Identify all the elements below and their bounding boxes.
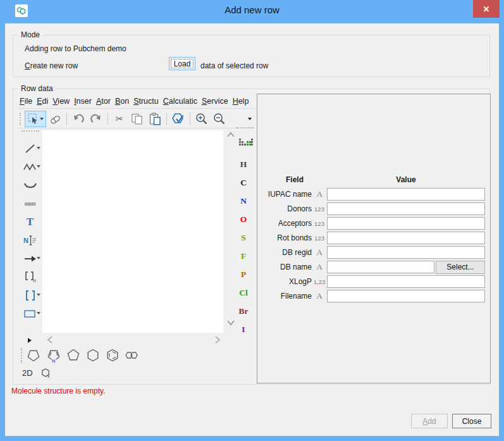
menu-insert[interactable]: Inser	[74, 97, 92, 106]
expander-arrow-icon[interactable]	[28, 338, 32, 343]
filename-input[interactable]	[327, 290, 485, 302]
menu-bond[interactable]: Bon	[115, 97, 129, 106]
element-scroll-down[interactable]	[226, 319, 235, 326]
value-column-header: Value	[327, 175, 485, 185]
bracket-dropdown-caret	[37, 294, 40, 296]
text-type-icon: A	[312, 262, 327, 272]
chain-dropdown-caret	[37, 165, 40, 168]
reaction-arrow-icon	[23, 254, 37, 264]
template-cyclohexane-button[interactable]	[85, 347, 101, 363]
atom-label-icon: N	[23, 235, 37, 246]
text-tool[interactable]: T	[18, 213, 42, 231]
more-tools-dropdown[interactable]	[248, 118, 252, 120]
load-suffix-text: data of selected row	[200, 61, 268, 70]
integer-type-icon: 123	[312, 220, 327, 227]
db-name-input[interactable]	[327, 261, 434, 273]
menu-help[interactable]: Help	[233, 97, 249, 106]
bracket-tool[interactable]	[18, 286, 42, 304]
copy-button[interactable]	[128, 111, 146, 127]
menu-structure[interactable]: Structu	[133, 97, 159, 106]
field-label: Rot bonds	[262, 233, 312, 242]
template-cyclopentane-button[interactable]	[25, 347, 42, 363]
left-toolbar-drag-handle[interactable]	[22, 130, 39, 133]
close-button[interactable]: Close	[452, 414, 491, 428]
repeat-group-bracket-tool[interactable]: n	[18, 268, 42, 286]
scroll-left-icon[interactable]	[46, 335, 55, 343]
cut-scissors-icon: ✂	[116, 113, 124, 125]
template-benzene-button[interactable]	[104, 347, 121, 363]
molecule-sketcher: File Edi View Inser Ator Bon Structu Cal…	[18, 94, 255, 380]
menu-file[interactable]: File	[20, 97, 32, 106]
scroll-right-icon[interactable]	[213, 335, 222, 343]
table-row-db-name: DB name A Select...	[262, 261, 485, 273]
atom-label-tool[interactable]: N	[18, 231, 42, 249]
load-button[interactable]: Load	[169, 57, 195, 70]
rectangle-dropdown-caret	[37, 312, 40, 314]
close-window-button[interactable]: ✕	[473, 0, 500, 18]
field-label: DB regid	[262, 248, 312, 257]
rot-bonds-input[interactable]	[327, 232, 485, 244]
dimension-toggle[interactable]: 2D	[22, 368, 33, 378]
zoom-in-button[interactable]	[193, 111, 211, 127]
reaction-arrow-tool[interactable]	[18, 249, 42, 268]
toolbar-separator	[190, 113, 190, 125]
menu-calculations[interactable]: Calculatic	[163, 97, 197, 106]
chain-tool[interactable]	[18, 158, 42, 176]
arc-tool[interactable]	[18, 176, 42, 194]
redo-button[interactable]	[87, 111, 105, 127]
element-O-button[interactable]: O	[231, 210, 255, 228]
multiple-bond-tool[interactable]	[18, 194, 42, 213]
bond-dropdown-caret	[37, 147, 40, 149]
row-data-group-label: Row data	[18, 84, 56, 93]
check-structure-icon	[171, 113, 186, 125]
cut-button[interactable]: ✂	[111, 111, 128, 127]
donors-input[interactable]	[327, 202, 485, 215]
periodic-table-icon[interactable]	[238, 137, 254, 147]
element-C-button[interactable]: C	[231, 173, 255, 192]
menu-view[interactable]: View	[52, 97, 70, 106]
element-P-button[interactable]: P	[231, 265, 255, 283]
element-S-button[interactable]: S	[231, 228, 255, 247]
eraser-tool-button[interactable]	[46, 111, 64, 127]
paste-button[interactable]	[146, 111, 164, 127]
decimal-type-icon: 1,23	[312, 278, 327, 285]
add-button[interactable]: Add	[411, 414, 448, 428]
clean-structure-icon[interactable]: ×	[40, 367, 52, 380]
xlogp-input[interactable]	[327, 275, 485, 288]
table-row-db-regid: DB regid A	[262, 246, 485, 259]
undo-button[interactable]	[70, 111, 87, 127]
element-scroll-up[interactable]	[226, 131, 235, 139]
element-Br-button[interactable]: Br	[231, 302, 255, 320]
svg-text:N: N	[23, 237, 28, 244]
structure-canvas[interactable]	[42, 130, 223, 333]
create-new-row-option[interactable]: Create new row	[25, 61, 78, 70]
template-toolbar-drag-handle[interactable]	[21, 348, 23, 363]
element-H-button[interactable]: H	[231, 155, 255, 173]
template-naphthalene-button[interactable]	[123, 347, 140, 363]
template-cyclopentane-up-button[interactable]	[65, 347, 82, 363]
eraser-icon	[49, 113, 62, 125]
element-Cl-button[interactable]: Cl	[231, 283, 255, 302]
select-db-button[interactable]: Select...	[436, 261, 485, 274]
check-structure-button[interactable]	[169, 111, 187, 127]
fields-table-header: Field Value	[262, 175, 485, 185]
element-N-button[interactable]: N	[231, 192, 255, 210]
title-bar: Add new row ✕	[0, 0, 504, 23]
single-bond-icon	[24, 143, 37, 154]
element-bar-drag-handle[interactable]	[236, 127, 254, 130]
single-bond-tool[interactable]	[18, 139, 42, 158]
db-regid-input[interactable]	[327, 246, 485, 259]
menu-atom[interactable]: Ator	[96, 97, 111, 106]
menu-services[interactable]: Service	[202, 97, 228, 106]
integer-type-icon: 123	[312, 206, 327, 213]
rectangle-tool[interactable]	[18, 304, 42, 323]
undo-icon	[73, 114, 84, 124]
template-pyrrole-button[interactable]: N	[46, 347, 62, 363]
element-F-button[interactable]: F	[231, 247, 255, 265]
marquee-select-tool-button[interactable]	[25, 111, 46, 127]
menu-edit[interactable]: Edi	[37, 97, 48, 106]
zoom-out-button[interactable]	[211, 111, 228, 127]
toolbar-drag-handle[interactable]	[20, 113, 22, 125]
acceptors-input[interactable]	[327, 217, 485, 230]
iupac-name-input[interactable]	[327, 188, 485, 201]
